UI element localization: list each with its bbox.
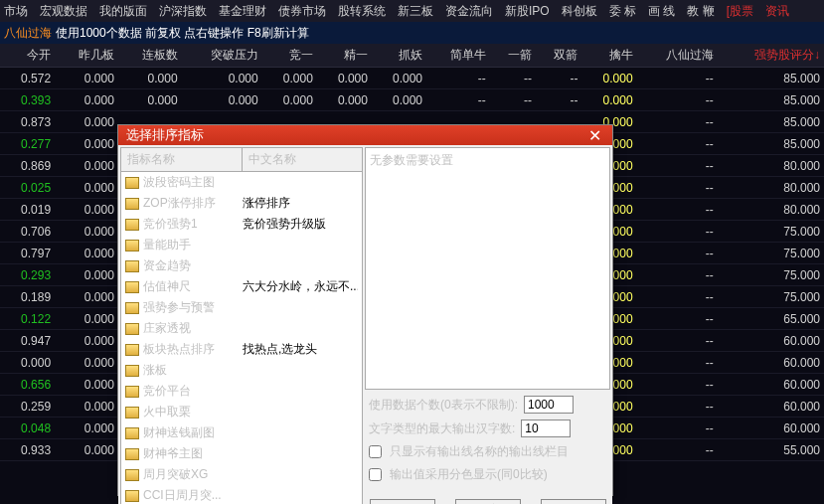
cell: 0.000 — [55, 68, 118, 89]
color-output-label: 输出值采用分色显示(同0比较) — [390, 466, 548, 483]
indicator-icon — [125, 344, 139, 356]
column-header[interactable]: 竞一 — [262, 44, 317, 68]
menu-item[interactable]: [股票 — [727, 3, 753, 20]
close-icon[interactable]: ✕ — [584, 125, 604, 145]
indicator-icon — [125, 386, 139, 398]
no-param-text: 无参数需要设置 — [370, 153, 453, 167]
cell: 0.000 — [262, 68, 317, 89]
cell: -- — [637, 330, 718, 352]
dialog-titlebar[interactable]: 选择排序指标 ✕ — [118, 125, 612, 145]
find-button[interactable]: 查找 — [370, 499, 435, 504]
cell: 0.656 — [0, 374, 55, 396]
cell: 0.933 — [0, 439, 55, 461]
only-named-checkbox[interactable] — [369, 445, 382, 458]
menu-item[interactable]: 宏观数据 — [40, 3, 87, 20]
menu-item[interactable]: 我的版面 — [99, 3, 147, 20]
menu-item[interactable]: 教 鞭 — [687, 3, 714, 20]
menu-item[interactable]: 市场 — [4, 3, 28, 20]
column-header[interactable]: 一箭 — [490, 44, 536, 68]
cell: 0.000 — [55, 199, 118, 221]
cell: -- — [637, 89, 718, 111]
cell: 0.000 — [55, 330, 118, 352]
list-item[interactable]: CCI日周月突... — [121, 485, 362, 504]
menu-item[interactable]: 委 标 — [609, 3, 636, 20]
cell: 60.000 — [718, 418, 824, 439]
menu-item[interactable]: 资讯 — [765, 3, 789, 20]
subbar: 八仙过海 使用1000个数据 前复权 点右键操作 F8刷新计算 — [0, 22, 824, 44]
cell: 0.000 — [55, 177, 118, 199]
dialog-title: 选择排序指标 — [126, 126, 204, 144]
column-header[interactable]: 八仙过海 — [637, 44, 718, 68]
column-header[interactable]: 抓妖 — [372, 44, 426, 68]
column-header[interactable]: 擒牛 — [581, 44, 636, 68]
table-row[interactable]: 0.3930.0000.0000.0000.0000.0000.000-----… — [0, 89, 824, 111]
column-header[interactable]: 双箭 — [536, 44, 581, 68]
menu-item[interactable]: 沪深指数 — [159, 3, 207, 20]
list-item[interactable]: 周月突破XG — [121, 464, 362, 485]
cell: 60.000 — [718, 374, 824, 396]
column-header[interactable]: 连板数 — [118, 44, 182, 68]
cell: 75.000 — [718, 243, 824, 264]
menu-item[interactable]: 资金流向 — [445, 3, 493, 20]
menu-item[interactable]: 科创板 — [562, 3, 597, 20]
cell: 0.000 — [55, 89, 118, 111]
menu-item[interactable]: 画 线 — [648, 3, 675, 20]
list-item[interactable]: 强势参与预警 — [121, 297, 362, 318]
cell: 0.706 — [0, 221, 55, 243]
list-item[interactable]: 估值神尺六大分水岭，永远不... — [121, 276, 362, 297]
list-item[interactable]: 财神送钱副图 — [121, 422, 362, 443]
cell: 75.000 — [718, 221, 824, 243]
cell: 0.000 — [55, 133, 118, 155]
menu-item[interactable]: 新三板 — [398, 3, 433, 20]
list-item[interactable]: ZOP涨停排序涨停排序 — [121, 193, 362, 214]
max-chars-input[interactable] — [521, 420, 571, 437]
cell: 0.000 — [55, 374, 118, 396]
indicator-name: 量能助手 — [143, 237, 239, 253]
indicator-list[interactable]: 波段密码主图ZOP涨停排序涨停排序竞价强势1竞价强势升级版量能助手资金趋势估值神… — [121, 172, 362, 504]
color-output-checkbox[interactable] — [369, 468, 382, 481]
list-item[interactable]: 竞价平台 — [121, 381, 362, 402]
column-header[interactable]: 昨几板 — [55, 44, 118, 68]
list-item[interactable]: 资金趋势 — [121, 255, 362, 276]
list-item[interactable]: 火中取栗 — [121, 402, 362, 422]
list-item[interactable]: 量能助手 — [121, 235, 362, 255]
list-item[interactable]: 财神爷主图 — [121, 443, 362, 464]
list-item[interactable]: 竞价强势1竞价强势升级版 — [121, 214, 362, 235]
column-header[interactable]: 简单牛 — [426, 44, 490, 68]
column-header[interactable]: 精一 — [317, 44, 372, 68]
cell: -- — [490, 89, 536, 111]
cell: 0.000 — [182, 89, 262, 111]
data-count-input[interactable] — [524, 396, 574, 414]
list-item[interactable]: 庄家透视 — [121, 318, 362, 339]
cell: -- — [637, 68, 718, 89]
column-header[interactable]: 强势股评分↓ — [718, 44, 824, 68]
ok-button[interactable]: 确定 — [455, 499, 521, 504]
indicator-icon — [125, 323, 139, 335]
list-item[interactable]: 板块热点排序找热点,选龙头 — [121, 339, 362, 360]
col-indicator-name[interactable]: 指标名称 — [121, 148, 243, 171]
cell: 0.572 — [0, 68, 55, 89]
cell: 0.873 — [0, 111, 55, 133]
menu-item[interactable]: 新股IPO — [505, 3, 550, 20]
menu-item[interactable]: 股转系统 — [338, 3, 386, 20]
list-item[interactable]: 波段密码主图 — [121, 172, 362, 193]
menu-item[interactable]: 债券市场 — [278, 3, 326, 20]
cell: 0.189 — [0, 286, 55, 308]
close-button[interactable]: 关闭 — [541, 499, 606, 504]
column-header[interactable]: 突破压力 — [182, 44, 262, 68]
indicator-icon — [125, 260, 139, 272]
cell: -- — [536, 89, 581, 111]
cell: 75.000 — [718, 264, 824, 286]
indicator-icon — [125, 219, 139, 231]
cell: 80.000 — [718, 155, 824, 177]
cell: -- — [426, 68, 490, 89]
table-row[interactable]: 0.5720.0000.0000.0000.0000.0000.000-----… — [0, 68, 824, 89]
indicator-list-panel: 指标名称 中文名称 波段密码主图ZOP涨停排序涨停排序竞价强势1竞价强势升级版量… — [120, 147, 363, 504]
indicator-cn-name: 六大分水岭，永远不... — [243, 278, 358, 295]
cell: 0.293 — [0, 264, 55, 286]
list-item[interactable]: 涨板 — [121, 360, 362, 381]
indicator-cn-name: 找热点,选龙头 — [243, 341, 358, 358]
col-chinese-name[interactable]: 中文名称 — [243, 148, 363, 171]
menu-item[interactable]: 基金理财 — [219, 3, 266, 20]
column-header[interactable]: 今开 — [0, 44, 55, 68]
